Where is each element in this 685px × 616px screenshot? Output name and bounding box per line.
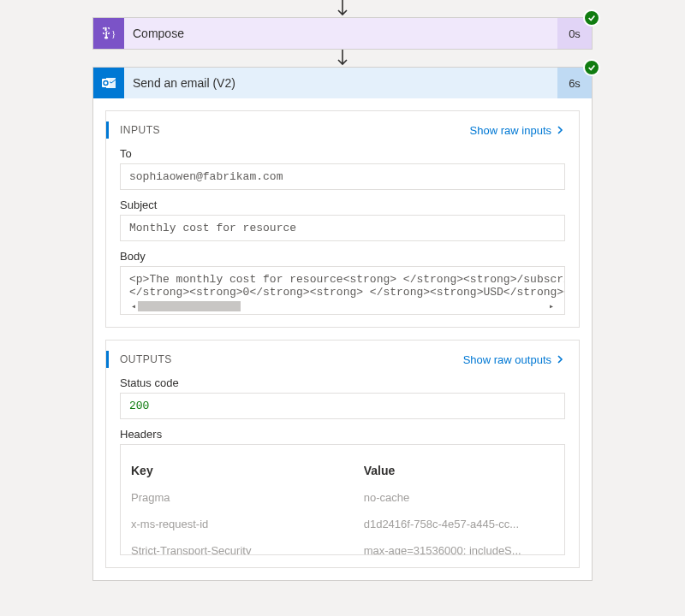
status-code-label: Status code <box>120 376 565 389</box>
show-raw-inputs-link[interactable]: Show raw inputs <box>470 124 565 137</box>
chevron-right-icon <box>555 125 565 135</box>
outputs-section: OUTPUTS Show raw outputs Status code 200… <box>105 340 580 568</box>
compose-title: Compose <box>124 18 557 49</box>
table-row: x-ms-request-id d1d2416f-758c-4e57-a445-… <box>131 511 554 537</box>
compose-icon: { } <box>93 18 124 49</box>
table-row: Pragma no-cache <box>131 484 554 511</box>
table-row: Strict-Transport-Security max-age=315360… <box>131 537 554 555</box>
success-badge-icon <box>583 9 600 27</box>
send-email-step-card[interactable]: Send an email (V2) 6s INPUTS Show raw in… <box>92 67 593 581</box>
show-raw-outputs-link[interactable]: Show raw outputs <box>463 353 565 366</box>
svg-text:{ }: { } <box>104 28 116 38</box>
body-horizontal-scrollbar[interactable]: ◂ ▸ <box>129 300 556 312</box>
subject-label: Subject <box>120 198 565 211</box>
success-badge-icon <box>583 59 600 76</box>
outputs-title: OUTPUTS <box>120 353 172 365</box>
subject-value[interactable]: Monthly cost for resource <box>120 215 565 241</box>
send-email-title: Send an email (V2) <box>124 68 557 98</box>
inputs-section: INPUTS Show raw inputs To sophiaowen@fab… <box>105 110 580 328</box>
inputs-title: INPUTS <box>120 124 160 136</box>
scroll-right-icon[interactable]: ▸ <box>547 301 556 311</box>
chevron-right-icon <box>555 354 565 364</box>
headers-value-heading: Value <box>364 464 554 477</box>
headers-label: Headers <box>120 428 565 441</box>
to-value[interactable]: sophiaowen@fabrikam.com <box>120 163 565 190</box>
headers-key-heading: Key <box>131 464 364 477</box>
body-value[interactable]: <p>The monthly cost for resource<strong>… <box>120 266 565 315</box>
outlook-icon <box>93 68 124 98</box>
compose-step-card[interactable]: { } Compose 0s <box>92 17 593 50</box>
scroll-left-icon[interactable]: ◂ <box>129 301 138 311</box>
flow-arrow-icon <box>92 50 593 67</box>
headers-table[interactable]: Key Value Pragma no-cache x-ms-request-i… <box>120 444 565 555</box>
flow-arrow-icon <box>92 0 593 17</box>
status-code-value[interactable]: 200 <box>120 393 565 419</box>
body-label: Body <box>120 250 565 263</box>
to-label: To <box>120 147 565 160</box>
